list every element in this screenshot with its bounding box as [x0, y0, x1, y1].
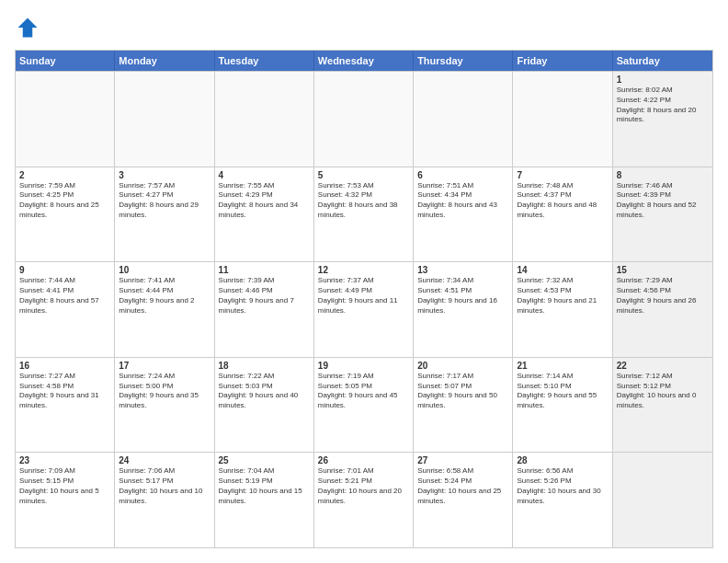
day-header-wednesday: Wednesday [314, 51, 414, 71]
calendar-cell: 14Sunrise: 7:32 AM Sunset: 4:53 PM Dayli… [513, 262, 612, 357]
calendar-cell: 16Sunrise: 7:27 AM Sunset: 4:58 PM Dayli… [16, 358, 115, 453]
cell-info: Sunrise: 7:32 AM Sunset: 4:53 PM Dayligh… [517, 276, 608, 316]
calendar-cell: 25Sunrise: 7:04 AM Sunset: 5:19 PM Dayli… [215, 453, 314, 547]
calendar-cell [414, 72, 513, 167]
cell-info: Sunrise: 7:44 AM Sunset: 4:41 PM Dayligh… [19, 276, 110, 316]
calendar-cell: 3Sunrise: 7:57 AM Sunset: 4:27 PM Daylig… [115, 167, 214, 262]
cell-info: Sunrise: 7:24 AM Sunset: 5:00 PM Dayligh… [119, 372, 210, 411]
calendar-cell: 13Sunrise: 7:34 AM Sunset: 4:51 PM Dayli… [414, 262, 513, 357]
calendar-row-4: 23Sunrise: 7:09 AM Sunset: 5:15 PM Dayli… [16, 452, 712, 547]
calendar-cell: 7Sunrise: 7:48 AM Sunset: 4:37 PM Daylig… [513, 167, 612, 262]
cell-info: Sunrise: 6:58 AM Sunset: 5:24 PM Dayligh… [417, 466, 508, 506]
calendar-row-2: 9Sunrise: 7:44 AM Sunset: 4:41 PM Daylig… [16, 261, 712, 357]
logo-icon [15, 15, 40, 40]
svg-marker-0 [18, 18, 38, 38]
cell-info: Sunrise: 7:53 AM Sunset: 4:32 PM Dayligh… [318, 181, 409, 221]
logo [15, 15, 44, 40]
calendar-cell: 22Sunrise: 7:12 AM Sunset: 5:12 PM Dayli… [613, 358, 712, 453]
day-number: 23 [19, 455, 110, 465]
day-number: 25 [219, 455, 310, 465]
cell-info: Sunrise: 7:55 AM Sunset: 4:29 PM Dayligh… [219, 181, 310, 221]
cell-info: Sunrise: 7:46 AM Sunset: 4:39 PM Dayligh… [617, 181, 709, 221]
day-number: 15 [617, 265, 709, 275]
cell-info: Sunrise: 7:59 AM Sunset: 4:25 PM Dayligh… [19, 181, 110, 221]
cell-info: Sunrise: 7:41 AM Sunset: 4:44 PM Dayligh… [119, 276, 210, 316]
calendar-cell [215, 72, 314, 167]
day-number: 26 [318, 455, 409, 465]
cell-info: Sunrise: 7:06 AM Sunset: 5:17 PM Dayligh… [119, 466, 210, 506]
day-number: 17 [119, 361, 210, 371]
calendar-cell: 18Sunrise: 7:22 AM Sunset: 5:03 PM Dayli… [215, 358, 314, 453]
day-number: 20 [417, 361, 508, 371]
cell-info: Sunrise: 7:51 AM Sunset: 4:34 PM Dayligh… [417, 181, 508, 221]
day-number: 5 [318, 170, 409, 180]
calendar-row-0: 1Sunrise: 8:02 AM Sunset: 4:22 PM Daylig… [16, 71, 712, 167]
calendar-cell: 4Sunrise: 7:55 AM Sunset: 4:29 PM Daylig… [215, 167, 314, 262]
cell-info: Sunrise: 7:27 AM Sunset: 4:58 PM Dayligh… [19, 372, 110, 411]
calendar-cell: 21Sunrise: 7:14 AM Sunset: 5:10 PM Dayli… [513, 358, 612, 453]
calendar-cell [513, 72, 612, 167]
cell-info: Sunrise: 7:01 AM Sunset: 5:21 PM Dayligh… [318, 466, 409, 506]
day-header-monday: Monday [115, 51, 214, 71]
calendar: SundayMondayTuesdayWednesdayThursdayFrid… [15, 50, 713, 548]
cell-info: Sunrise: 7:09 AM Sunset: 5:15 PM Dayligh… [19, 466, 110, 506]
day-number: 28 [517, 455, 608, 465]
calendar-cell: 11Sunrise: 7:39 AM Sunset: 4:46 PM Dayli… [215, 262, 314, 357]
calendar-cell [115, 72, 214, 167]
cell-info: Sunrise: 6:56 AM Sunset: 5:26 PM Dayligh… [517, 466, 608, 506]
calendar-cell: 24Sunrise: 7:06 AM Sunset: 5:17 PM Dayli… [115, 453, 214, 547]
day-header-thursday: Thursday [414, 51, 513, 71]
day-number: 14 [517, 265, 608, 275]
day-number: 24 [119, 455, 210, 465]
calendar-cell: 27Sunrise: 6:58 AM Sunset: 5:24 PM Dayli… [414, 453, 513, 547]
calendar-cell: 9Sunrise: 7:44 AM Sunset: 4:41 PM Daylig… [16, 262, 115, 357]
calendar-header: SundayMondayTuesdayWednesdayThursdayFrid… [16, 51, 712, 71]
cell-info: Sunrise: 7:29 AM Sunset: 4:56 PM Dayligh… [617, 276, 709, 316]
day-number: 11 [219, 265, 310, 275]
calendar-cell: 12Sunrise: 7:37 AM Sunset: 4:49 PM Dayli… [314, 262, 414, 357]
cell-info: Sunrise: 7:17 AM Sunset: 5:07 PM Dayligh… [417, 372, 508, 411]
calendar-cell: 28Sunrise: 6:56 AM Sunset: 5:26 PM Dayli… [513, 453, 612, 547]
day-number: 13 [417, 265, 508, 275]
calendar-cell: 1Sunrise: 8:02 AM Sunset: 4:22 PM Daylig… [613, 72, 712, 167]
day-header-saturday: Saturday [613, 51, 712, 71]
day-number: 16 [19, 361, 110, 371]
calendar-cell [613, 453, 712, 547]
calendar-cell: 2Sunrise: 7:59 AM Sunset: 4:25 PM Daylig… [16, 167, 115, 262]
calendar-cell: 26Sunrise: 7:01 AM Sunset: 5:21 PM Dayli… [314, 453, 414, 547]
calendar-cell: 23Sunrise: 7:09 AM Sunset: 5:15 PM Dayli… [16, 453, 115, 547]
day-number: 21 [517, 361, 608, 371]
day-number: 27 [417, 455, 508, 465]
calendar-cell: 6Sunrise: 7:51 AM Sunset: 4:34 PM Daylig… [414, 167, 513, 262]
day-number: 18 [219, 361, 310, 371]
day-number: 12 [318, 265, 409, 275]
page: SundayMondayTuesdayWednesdayThursdayFrid… [0, 0, 728, 563]
header [15, 15, 713, 40]
day-number: 4 [219, 170, 310, 180]
calendar-cell: 20Sunrise: 7:17 AM Sunset: 5:07 PM Dayli… [414, 358, 513, 453]
calendar-row-1: 2Sunrise: 7:59 AM Sunset: 4:25 PM Daylig… [16, 167, 712, 262]
cell-info: Sunrise: 8:02 AM Sunset: 4:22 PM Dayligh… [617, 86, 709, 125]
day-number: 6 [417, 170, 508, 180]
calendar-cell [314, 72, 414, 167]
calendar-cell: 17Sunrise: 7:24 AM Sunset: 5:00 PM Dayli… [115, 358, 214, 453]
cell-info: Sunrise: 7:04 AM Sunset: 5:19 PM Dayligh… [219, 466, 310, 506]
cell-info: Sunrise: 7:19 AM Sunset: 5:05 PM Dayligh… [318, 372, 409, 411]
calendar-cell [16, 72, 115, 167]
day-number: 1 [617, 75, 709, 85]
cell-info: Sunrise: 7:34 AM Sunset: 4:51 PM Dayligh… [417, 276, 508, 316]
calendar-body: 1Sunrise: 8:02 AM Sunset: 4:22 PM Daylig… [16, 71, 712, 547]
calendar-cell: 8Sunrise: 7:46 AM Sunset: 4:39 PM Daylig… [613, 167, 712, 262]
calendar-cell: 15Sunrise: 7:29 AM Sunset: 4:56 PM Dayli… [613, 262, 712, 357]
calendar-cell: 19Sunrise: 7:19 AM Sunset: 5:05 PM Dayli… [314, 358, 414, 453]
cell-info: Sunrise: 7:22 AM Sunset: 5:03 PM Dayligh… [219, 372, 310, 411]
day-number: 3 [119, 170, 210, 180]
day-number: 2 [19, 170, 110, 180]
day-number: 8 [617, 170, 709, 180]
cell-info: Sunrise: 7:14 AM Sunset: 5:10 PM Dayligh… [517, 372, 608, 411]
calendar-cell: 5Sunrise: 7:53 AM Sunset: 4:32 PM Daylig… [314, 167, 414, 262]
day-number: 22 [617, 361, 709, 371]
day-number: 9 [19, 265, 110, 275]
cell-info: Sunrise: 7:37 AM Sunset: 4:49 PM Dayligh… [318, 276, 409, 316]
day-header-tuesday: Tuesday [215, 51, 314, 71]
